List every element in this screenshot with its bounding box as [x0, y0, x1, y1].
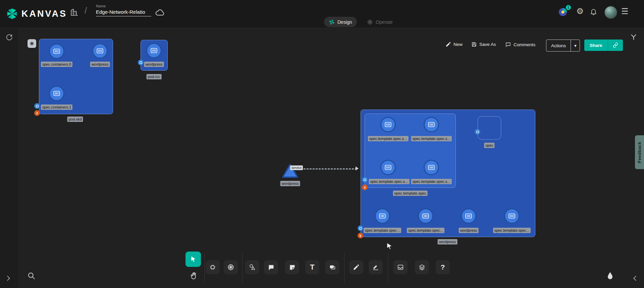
container-icon — [96, 47, 104, 55]
container-icon — [507, 212, 516, 220]
container-icon — [52, 89, 61, 98]
settings-gear-icon[interactable]: ⚙ — [576, 6, 584, 16]
container-node[interactable] — [504, 208, 520, 224]
group-label-pod-skd: pod-skd — [67, 117, 83, 122]
design-name-field: Name — [96, 4, 151, 16]
breadcrumb-separator: / — [85, 5, 87, 16]
pod-badge-icon[interactable] — [34, 103, 40, 109]
layers-tool-button[interactable] — [415, 260, 429, 274]
issue-count-badge[interactable]: 5 — [358, 233, 363, 238]
edge-arrowhead — [356, 166, 359, 170]
container-icon — [150, 46, 158, 55]
copy-link-button[interactable] — [608, 40, 623, 51]
container-node[interactable] — [380, 117, 396, 132]
node-label: spec.template.spec.s... — [369, 179, 410, 184]
actions-button[interactable]: Actions — [546, 40, 571, 51]
user-avatar[interactable] — [604, 6, 617, 19]
select-tool-button[interactable] — [185, 251, 201, 267]
pod-badge-icon[interactable] — [362, 177, 368, 183]
design-name-label: Name — [96, 4, 151, 8]
container-node[interactable] — [461, 208, 476, 224]
group-spec-template-spec[interactable] — [365, 114, 456, 188]
save-as-button-label: Save As — [479, 42, 496, 47]
container-node-wordpress[interactable] — [92, 43, 108, 59]
shapes-panel-toggle-icon[interactable] — [630, 33, 637, 41]
collapse-right-panel-chevron-icon[interactable] — [631, 275, 639, 282]
service-edge[interactable] — [301, 168, 357, 169]
annotate-tool-button[interactable] — [369, 260, 383, 274]
container-node[interactable] — [380, 160, 396, 175]
node-label: spec.template.spec.s... — [411, 136, 452, 141]
comment-tool-button[interactable] — [264, 260, 278, 274]
container-node[interactable] — [424, 160, 439, 175]
dock-divider — [344, 253, 344, 283]
feedback-tab[interactable]: Feedback — [635, 135, 644, 169]
pod-badge-icon[interactable] — [358, 225, 363, 231]
dock-divider — [204, 253, 205, 283]
container-node[interactable] — [424, 117, 439, 132]
save-as-button[interactable]: Save As — [471, 42, 496, 47]
menu-hamburger-icon[interactable]: ☰ — [621, 7, 629, 16]
save-icon — [471, 42, 477, 47]
operate-icon — [367, 19, 373, 25]
help-icon: ? — [441, 263, 445, 271]
new-button[interactable]: New — [445, 42, 463, 47]
issue-count-badge[interactable]: 3 — [362, 185, 368, 190]
link-icon — [612, 42, 619, 48]
share-button[interactable]: Share — [584, 40, 608, 51]
drawer-icon — [397, 264, 404, 271]
tab-operate[interactable]: Operate — [362, 17, 397, 27]
tab-design[interactable]: Design — [324, 17, 357, 27]
dock-divider — [388, 253, 388, 283]
text-tool-button[interactable]: T — [305, 260, 319, 274]
rectangle-tool-button[interactable] — [325, 260, 339, 274]
design-name-input[interactable] — [96, 8, 151, 16]
comments-button[interactable]: Comments — [505, 42, 535, 48]
shapes-tool-button[interactable] — [245, 260, 259, 274]
sync-refresh-icon[interactable] — [5, 33, 13, 41]
design-icon — [329, 19, 335, 25]
drawer-tool-button[interactable] — [393, 260, 408, 274]
node-label: wordpress — [90, 62, 110, 67]
pod-badge-icon[interactable] — [475, 129, 480, 135]
node-label: spec.containers.1 — [41, 104, 72, 110]
service-node-label: wordpress — [280, 181, 300, 186]
sticker-tool-button[interactable] — [285, 260, 299, 274]
container-icon — [427, 120, 436, 129]
group-spec[interactable] — [478, 116, 501, 140]
components-tool-button[interactable] — [206, 260, 220, 274]
container-node-wordpress-rcc[interactable] — [146, 43, 162, 58]
actions-dropdown-button[interactable]: ▾ — [571, 40, 580, 51]
node-label: spec.template.spec.s... — [411, 179, 452, 184]
actions-button-label: Actions — [551, 43, 566, 48]
extensions-badge-button[interactable]: 1 — [557, 7, 569, 18]
group-label-pod-rcc: pod-rcc — [147, 74, 162, 79]
container-node[interactable] — [418, 208, 433, 224]
cloud-save-icon[interactable] — [155, 8, 165, 18]
container-icon — [384, 163, 392, 172]
pod-badge-icon[interactable] — [138, 60, 144, 65]
node-label: spec.template.spec... — [364, 228, 401, 233]
pan-tool-button[interactable] — [186, 268, 201, 282]
kubernetes-wheel-icon — [227, 264, 234, 271]
comments-button-label: Comments — [514, 42, 535, 47]
expand-left-panel-chevron-icon[interactable] — [5, 275, 12, 282]
notifications-bell-icon[interactable] — [590, 8, 597, 15]
zoom-search-button[interactable] — [27, 271, 36, 280]
draw-tool-button[interactable] — [349, 260, 363, 274]
container-icon — [421, 212, 430, 220]
kubernetes-tool-button[interactable] — [224, 260, 238, 274]
node-label: spec.containers.0 — [41, 62, 72, 67]
group-label-wordpress: wordpress — [438, 239, 458, 244]
container-node[interactable] — [375, 208, 390, 224]
container-node-spec-containers-0[interactable] — [49, 44, 64, 59]
help-button[interactable]: ? — [436, 260, 450, 274]
issue-count-badge[interactable]: 2 — [34, 110, 40, 116]
ink-drop-icon[interactable] — [606, 271, 614, 280]
node-label: wordpress — [459, 228, 479, 233]
group-toolbox-icon[interactable] — [28, 39, 36, 48]
new-button-label: New — [453, 42, 463, 47]
kanvas-logo[interactable]: KANVAS — [6, 8, 67, 20]
organization-icon[interactable] — [70, 8, 78, 17]
container-node-spec-containers-1[interactable] — [49, 86, 64, 101]
